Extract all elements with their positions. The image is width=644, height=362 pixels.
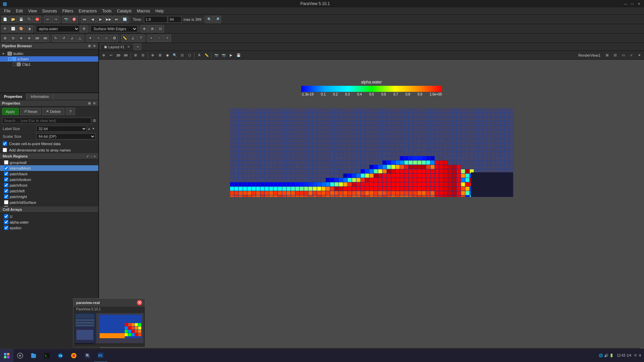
vp-3d-btn[interactable]: 3D [122, 52, 129, 59]
color-btn[interactable]: 🎨 [17, 25, 25, 33]
zoom-out-btn[interactable]: 🔎 [214, 16, 221, 23]
open-btn[interactable]: 📂 [9, 16, 17, 23]
vp-layout-vert-btn[interactable]: ⊟ [612, 52, 619, 59]
tb3-btn2[interactable]: ⊟ [9, 35, 17, 42]
loop-btn[interactable]: 🔄 [121, 16, 128, 23]
taskbar-start-btn[interactable] [0, 349, 13, 362]
mesh-regions-header[interactable]: Mesh Regions ✓ ○ + [0, 153, 98, 160]
select-cell-btn[interactable]: ⊡ [157, 25, 164, 33]
pipeline-settings-btn[interactable]: ⚙ [87, 44, 92, 48]
mesh-checkbox-group-wall[interactable] [4, 160, 8, 165]
vp-select-btn[interactable]: ⊞ [157, 52, 163, 59]
surface-style-selector[interactable]: Surface With Edges [91, 25, 138, 32]
opacity-btn[interactable]: ◑ [25, 25, 33, 33]
select-btn[interactable]: ⊞ [149, 25, 156, 33]
add-dimensional-checkbox[interactable] [3, 148, 7, 152]
mesh-checkbox-patch-back[interactable] [4, 172, 8, 176]
tb3-btn7[interactable]: ⊿ [68, 35, 75, 42]
cell-arrays-header[interactable]: Cell Arrays [0, 206, 98, 213]
pipeline-item-clip1[interactable]: Clip1 [0, 62, 98, 67]
mesh-item-patch-back[interactable]: patch/back [0, 171, 98, 177]
taskbar-app-paraview[interactable]: PV [94, 349, 107, 362]
vp-layout-max-btn[interactable]: ⤢ [628, 52, 635, 59]
props-close-btn[interactable]: ✕ [92, 102, 96, 105]
reset-button[interactable]: ↺ Reset [20, 108, 41, 115]
cell-array-checkbox-U[interactable] [4, 214, 8, 219]
layout-tab-close[interactable]: ✕ [127, 45, 130, 49]
vp-playcamera-btn[interactable]: ▶ [228, 52, 234, 59]
tb3-eq-btn[interactable]: = [164, 35, 171, 42]
label-size-select[interactable]: 32-bit [36, 126, 87, 132]
taskbar-app-files[interactable] [27, 349, 40, 362]
vp-pickdata-btn[interactable]: ◉ [164, 52, 171, 59]
mesh-item-patch-front[interactable]: patch/front [0, 182, 98, 188]
menu-edit[interactable]: Edit [13, 8, 25, 14]
label-size-down[interactable]: ▼ [91, 127, 96, 130]
next-frame-btn[interactable]: ▶▶ [105, 16, 112, 23]
first-frame-btn[interactable]: ⏮ [81, 16, 88, 23]
vp-ruler-btn[interactable]: 📏 [203, 52, 210, 59]
layout-tab-1[interactable]: ▣ Layout #1 ✕ [100, 44, 133, 50]
mesh-item-patch-right[interactable]: patch/right [0, 194, 98, 199]
mesh-item-internal-mesh[interactable]: internalMesh [0, 165, 98, 171]
cell-array-alpha-water[interactable]: alpha.water [0, 219, 98, 225]
vp-layout-grid-btn[interactable]: ⊞ [604, 52, 610, 59]
play-btn[interactable]: ▶ [97, 16, 104, 23]
apply-button[interactable]: Apply [2, 108, 19, 115]
menu-view[interactable]: View [25, 8, 40, 14]
vp-addcamera-btn[interactable]: 📷 [213, 52, 220, 59]
mesh-checkbox-patch-stlsurface[interactable] [4, 200, 8, 204]
search-input[interactable] [2, 118, 91, 124]
tab-information[interactable]: Information [26, 93, 53, 100]
vp-2d-btn[interactable]: 2D [115, 52, 122, 59]
redo-btn[interactable]: ↪ [52, 16, 59, 23]
mesh-regions-check-all[interactable]: ✓ [86, 155, 89, 158]
connect-btn[interactable]: 🔌 [25, 16, 33, 23]
taskbar-app-settings[interactable] [13, 349, 27, 362]
mesh-item-patch-bottom[interactable]: patch/bottom [0, 177, 98, 182]
search-settings-icon[interactable]: ⚙ [93, 118, 96, 123]
taskbar-app-firefox[interactable] [67, 349, 80, 362]
tb3-btn3[interactable]: ⊕ [17, 35, 25, 42]
tb3-btn8[interactable]: △ [76, 35, 84, 42]
tb3-btn1[interactable]: ⊞ [1, 35, 9, 42]
mesh-regions-add[interactable]: + [94, 155, 96, 158]
vp-orient-btn[interactable]: ⊞ [132, 52, 139, 59]
mesh-item-group-wall[interactable]: group/wall [0, 160, 98, 165]
taskbar-app-search[interactable]: 🔍 [80, 349, 94, 362]
scalar-size-select[interactable]: 64-bit (DP) [36, 133, 96, 139]
vp-reset-camera-btn[interactable]: ⊕ [100, 52, 107, 59]
minimize-button[interactable]: — [623, 1, 628, 6]
tb3-sub-btn[interactable]: − [156, 35, 163, 42]
cell-to-point-checkbox[interactable] [3, 141, 7, 146]
prev-frame-btn[interactable]: ◀ [89, 16, 96, 23]
display-btn[interactable]: ⬜ [9, 25, 17, 33]
menu-help[interactable]: Help [153, 8, 166, 14]
new-btn[interactable]: 📄 [1, 16, 9, 23]
tb3-btn5[interactable]: ↻ [52, 35, 59, 42]
popup-close-btn[interactable]: ✕ [137, 300, 142, 305]
vp-layout-horiz-btn[interactable]: ▭ [620, 52, 627, 59]
close-button[interactable]: ✕ [637, 1, 641, 6]
dataset-selector[interactable]: alpha.water [36, 25, 79, 32]
cell-array-U[interactable]: U [0, 214, 98, 219]
render-view[interactable]: alpha.water -1.3e-19 0.1 0.2 0.3 0.4 0.5… [99, 60, 644, 348]
vp-delcamera-btn[interactable]: 📷 [220, 52, 227, 59]
vp-savecamera-btn[interactable]: 💾 [235, 52, 242, 59]
delete-button[interactable]: ✕ Delete [42, 108, 64, 115]
interact-btn[interactable]: ⊕ [141, 25, 148, 33]
vp-undo-camera-btn[interactable]: ↩ [108, 52, 114, 59]
undo-btn[interactable]: ↩ [44, 16, 51, 23]
vp-zoom-sel-btn[interactable]: 🔍 [171, 52, 178, 59]
vp-layout-close-btn[interactable]: ✕ [636, 52, 643, 59]
frame-input[interactable] [168, 16, 181, 23]
taskbar-app-vscode[interactable]: VS [54, 349, 67, 362]
mesh-item-patch-stlsurface[interactable]: patch/stlSurface [0, 199, 98, 205]
tb3-add-btn[interactable]: + [148, 35, 155, 42]
pipeline-close-btn[interactable]: ✕ [92, 44, 96, 48]
mesh-checkbox-internal-mesh[interactable] [4, 166, 8, 170]
mesh-checkbox-patch-front[interactable] [4, 183, 8, 187]
time-input[interactable] [144, 16, 167, 23]
tb3-btn11[interactable]: ✩ [103, 35, 110, 42]
vp-interact-btn[interactable]: ⊕ [149, 52, 156, 59]
